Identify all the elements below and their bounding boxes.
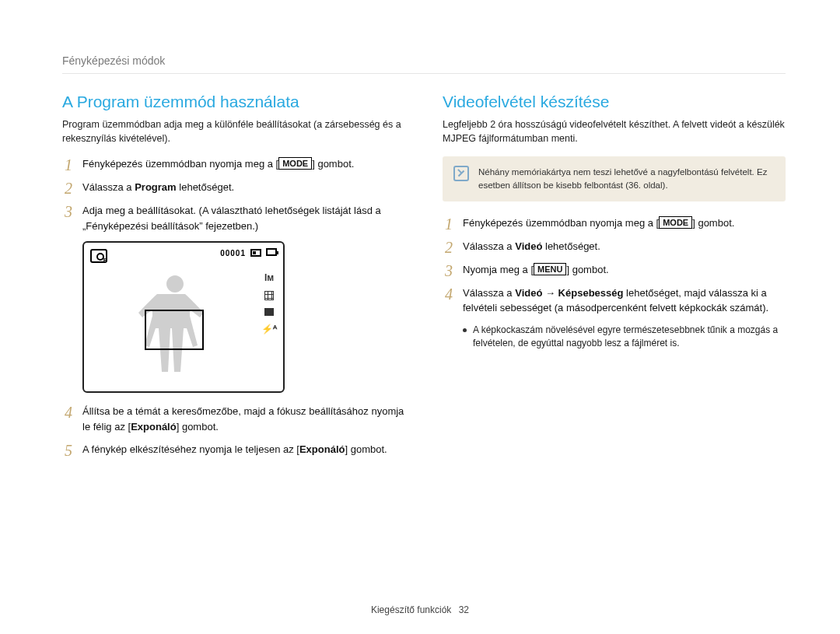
text: lehetőséget. (542, 240, 600, 252)
right-step-1: Fényképezés üzemmódban nyomja meg a [MOD… (443, 215, 786, 231)
mode-button-label: MODE (659, 216, 692, 229)
text: Fényképezés üzemmódban nyomja meg a [ (463, 217, 659, 229)
left-steps: Fényképezés üzemmódban nyomja meg a [MOD… (62, 156, 405, 233)
text: A fénykép elkészítéséhez nyomja le telje… (82, 443, 299, 455)
right-column: Videofelvétel készítése Legfeljebb 2 óra… (443, 93, 786, 465)
bold: Képsebesség (558, 287, 624, 299)
text: ] gombot. (566, 264, 608, 275)
bold: Program (135, 181, 176, 193)
focus-frame (145, 310, 204, 350)
grid-icon (264, 291, 274, 300)
page: Fényképezési módok A Program üzemmód has… (0, 0, 840, 634)
note-icon (453, 166, 469, 181)
camera-screen-illustration: P 00001 Iм ⚡ᴬ (82, 241, 285, 393)
left-steps-cont: Állítsa be a témát a keresőmezőbe, majd … (62, 404, 405, 457)
left-step-1: Fényképezés üzemmódban nyomja meg a [MOD… (62, 156, 405, 172)
battery-icon (266, 248, 277, 256)
bullet-icon (463, 328, 467, 332)
storage-icon (250, 249, 261, 257)
note-box: Néhány memóriakártya nem teszi lehetővé … (443, 156, 786, 201)
left-heading: A Program üzemmód használata (62, 93, 405, 111)
right-step-4-sub: A képkockaszám növelésével egyre termész… (463, 324, 786, 351)
left-step-5: A fénykép elkészítéséhez nyomja le telje… (62, 442, 405, 457)
text: A képkockaszám növelésével egyre termész… (473, 324, 786, 351)
footer: Kiegészítő funkciók 32 (0, 604, 840, 615)
right-heading: Videofelvétel készítése (443, 93, 786, 111)
side-icons: Iм ⚡ᴬ (261, 272, 277, 335)
shot-counter: 00001 (220, 249, 246, 257)
text: Válassza a (463, 240, 515, 252)
left-step-2: Válassza a Program lehetőséget. (62, 180, 405, 195)
text: ] gombot. (345, 443, 387, 455)
right-step-3: Nyomja meg a [MENU] gombot. (443, 262, 786, 278)
p-label: P (103, 257, 107, 264)
arrow: → (542, 287, 558, 299)
bold: Videó (515, 287, 542, 299)
footer-label: Kiegészítő funkciók (371, 604, 451, 615)
page-number: 32 (459, 604, 469, 615)
text: ] gombot. (692, 217, 734, 229)
flash-icon: ⚡ᴬ (261, 324, 277, 335)
camera-mode-icon: P (90, 249, 107, 263)
text: Válassza a (82, 181, 135, 193)
left-intro: Program üzemmódban adja meg a különféle … (62, 117, 405, 145)
drive-icon (264, 308, 274, 316)
text: ] gombot. (312, 158, 354, 170)
mode-button-label: MODE (278, 157, 312, 170)
bold: Exponáló (299, 443, 345, 455)
left-step-3: Adja meg a beállításokat. (A választható… (62, 203, 405, 233)
right-steps: Fényképezés üzemmódban nyomja meg a [MOD… (443, 215, 786, 316)
text: Adja meg a beállításokat. (A választható… (82, 203, 405, 233)
section-label: Fényképezési módok (62, 54, 786, 74)
note-text: Néhány memóriakártya nem teszi lehetővé … (478, 166, 775, 191)
left-column: A Program üzemmód használata Program üze… (62, 93, 405, 465)
text: ] gombot. (177, 421, 219, 433)
bold: Exponáló (131, 421, 177, 433)
left-step-4: Állítsa be a témát a keresőmezőbe, majd … (62, 404, 405, 434)
right-step-2: Válassza a Videó lehetőséget. (443, 239, 786, 254)
bold: Videó (515, 240, 542, 252)
columns: A Program üzemmód használata Program üze… (62, 93, 786, 465)
menu-button-label: MENU (534, 263, 566, 275)
text: Fényképezés üzemmódban nyomja meg a [ (82, 158, 278, 170)
text: Nyomja meg a [ (463, 264, 534, 275)
text: Válassza a (463, 287, 515, 299)
quality-icon: Iм (264, 272, 274, 283)
text: lehetőséget. (177, 181, 234, 193)
right-step-4: Válassza a Videó → Képsebesség lehetőség… (443, 285, 786, 316)
right-intro: Legfeljebb 2 óra hosszúságú videofelvéte… (443, 117, 786, 145)
